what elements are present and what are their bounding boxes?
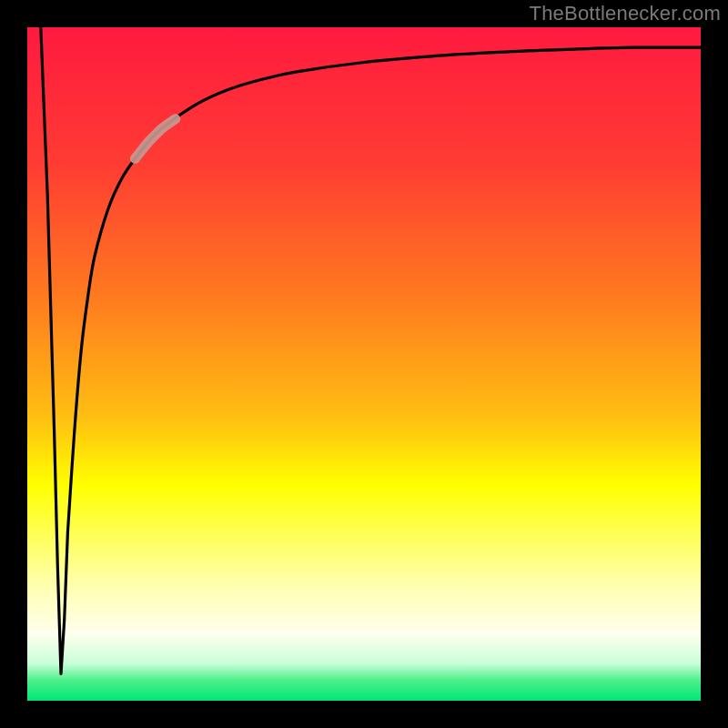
chart-svg (27, 27, 701, 701)
gradient-bg (27, 27, 701, 701)
attribution-text: TheBottlenecker.com (530, 2, 721, 25)
plot-area (27, 27, 701, 701)
chart-frame: TheBottlenecker.com (0, 0, 728, 728)
